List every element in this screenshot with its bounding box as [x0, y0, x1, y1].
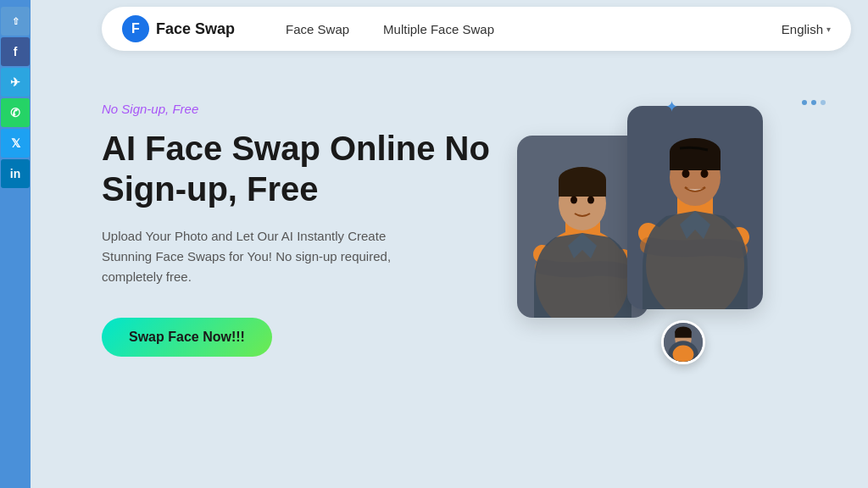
language-label: English	[782, 22, 823, 36]
social-facebook-button[interactable]: f	[1, 37, 30, 66]
hero-images: ✦	[509, 93, 851, 415]
chevron-down-icon: ▾	[826, 25, 831, 34]
sparkle-decor: ✦	[665, 97, 678, 116]
hero-heading-line2: Sign-up, Free	[102, 170, 319, 208]
linkedin-icon: in	[10, 167, 20, 180]
social-sidebar: ⇧ f ✈ ✆ 𝕏 in	[0, 0, 31, 488]
logo-icon: F	[122, 15, 149, 42]
social-share-button[interactable]: ⇧	[1, 7, 30, 36]
main-content: No Sign-up, Free AI Face Swap Online No …	[102, 68, 851, 471]
hero-heading-line1: AI Face Swap Online No	[102, 130, 490, 167]
svg-point-15	[701, 169, 709, 178]
svg-rect-5	[559, 180, 606, 197]
telegram-icon: ✈	[10, 75, 20, 89]
twitter-icon: 𝕏	[11, 136, 20, 150]
svg-rect-19	[675, 332, 691, 338]
svg-point-14	[682, 169, 690, 178]
avatar-image	[664, 323, 703, 362]
svg-point-6	[570, 197, 577, 204]
facebook-icon: f	[14, 45, 18, 58]
cta-button[interactable]: Swap Face Now!!!	[102, 318, 272, 357]
decor-dots	[802, 100, 826, 105]
hero-description: Upload Your Photo and Let Our AI Instant…	[102, 226, 424, 287]
nav-links: Face Swap Multiple Face Swap	[286, 22, 782, 36]
logo-area[interactable]: F Face Swap	[122, 15, 235, 42]
language-selector[interactable]: English ▾	[782, 22, 831, 36]
hero-heading: AI Face Swap Online No Sign-up, Free	[102, 128, 492, 209]
social-whatsapp-button[interactable]: ✆	[1, 98, 30, 127]
dot-2	[811, 100, 816, 105]
avatar-small	[661, 320, 705, 364]
badge-text: No Sign-up, Free	[102, 102, 492, 116]
svg-point-7	[587, 197, 594, 204]
svg-rect-13	[670, 152, 721, 170]
dot-1	[802, 100, 807, 105]
navbar: F Face Swap Face Swap Multiple Face Swap…	[102, 7, 851, 51]
share-icon: ⇧	[12, 16, 19, 27]
hero-text: No Sign-up, Free AI Face Swap Online No …	[102, 93, 492, 357]
nav-multiple-face-swap[interactable]: Multiple Face Swap	[383, 22, 494, 36]
social-telegram-button[interactable]: ✈	[1, 68, 30, 97]
social-linkedin-button[interactable]: in	[1, 159, 30, 188]
whatsapp-icon: ✆	[10, 106, 20, 119]
photo-card-right	[627, 106, 763, 309]
dot-3	[821, 100, 826, 105]
app-title: Face Swap	[156, 20, 235, 38]
person-right-image	[627, 106, 763, 309]
nav-face-swap[interactable]: Face Swap	[286, 22, 349, 36]
social-twitter-button[interactable]: 𝕏	[1, 129, 30, 158]
